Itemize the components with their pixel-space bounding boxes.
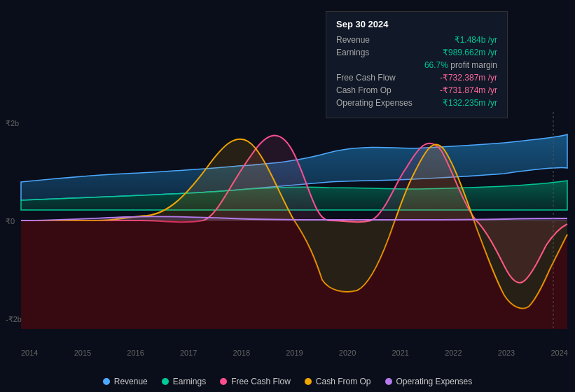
tooltip-value-fcf: -₹732.387m /yr [440,73,497,83]
chart-svg [0,112,575,329]
data-tooltip: Sep 30 2024 Revenue ₹1.484b /yr Earnings… [326,11,508,118]
x-label-2019: 2019 [286,349,303,357]
tooltip-label-fcf: Free Cash Flow [336,73,396,83]
x-label-2022: 2022 [445,349,462,357]
tooltip-row-cashop: Cash From Op -₹731.874m /yr [336,85,497,95]
tooltip-label-revenue: Revenue [336,35,370,45]
tooltip-label-cashop: Cash From Op [336,85,392,95]
legend-label-cashop: Cash From Op [316,377,371,386]
x-label-2015: 2015 [74,349,91,357]
legend-dot-earnings [162,378,169,385]
tooltip-row-earnings: Earnings ₹989.662m /yr [336,48,497,57]
tooltip-row-revenue: Revenue ₹1.484b /yr [336,35,497,45]
legend-item-cashop[interactable]: Cash From Op [305,377,371,386]
tooltip-date: Sep 30 2024 [336,19,497,29]
tooltip-row-fcf: Free Cash Flow -₹732.387m /yr [336,73,497,83]
chart-legend: Revenue Earnings Free Cash Flow Cash Fro… [0,377,575,386]
tooltip-value-earnings: ₹989.662m /yr [443,48,497,57]
legend-label-earnings: Earnings [173,377,206,386]
x-label-2017: 2017 [180,349,197,357]
tooltip-label-opex: Operating Expenses [336,98,413,108]
tooltip-row-margin: 66.7% profit margin [336,60,497,70]
legend-dot-cashop [305,378,312,385]
x-label-2020: 2020 [339,349,356,357]
tooltip-value-revenue: ₹1.484b /yr [455,35,497,45]
legend-item-earnings[interactable]: Earnings [162,377,206,386]
tooltip-value-opex: ₹132.235m /yr [443,98,497,108]
legend-label-fcf: Free Cash Flow [231,377,291,386]
legend-item-fcf[interactable]: Free Cash Flow [220,377,291,386]
x-label-2021: 2021 [392,349,408,357]
tooltip-value-margin: 66.7% profit margin [424,60,497,70]
x-label-2023: 2023 [498,349,515,357]
legend-dot-revenue [103,378,110,385]
x-label-2018: 2018 [233,349,250,357]
legend-label-revenue: Revenue [114,377,148,386]
legend-dot-fcf [220,378,227,385]
legend-dot-opex [385,378,392,385]
legend-item-opex[interactable]: Operating Expenses [385,377,473,386]
legend-label-opex: Operating Expenses [396,377,473,386]
tooltip-value-cashop: -₹731.874m /yr [440,85,497,95]
tooltip-row-opex: Operating Expenses ₹132.235m /yr [336,98,497,108]
x-axis-labels: 2014 2015 2016 2017 2018 2019 2020 2021 … [21,349,568,357]
x-label-2024: 2024 [550,349,567,357]
x-label-2014: 2014 [21,349,38,357]
x-label-2016: 2016 [127,349,144,357]
legend-item-revenue[interactable]: Revenue [103,377,148,386]
tooltip-label-earnings: Earnings [336,48,369,57]
